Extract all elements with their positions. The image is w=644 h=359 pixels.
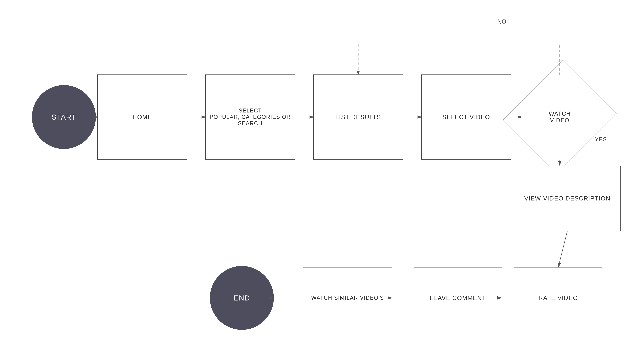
select-node: SELECT POPULAR, CATEGORIES OR SEARCH [205, 74, 295, 160]
end-node: END [210, 266, 274, 330]
list-results-node: LIST RESULTS [313, 74, 403, 160]
watch-video-node: WATCHVIDEO [522, 74, 598, 160]
start-node: START [32, 85, 96, 149]
home-node: HOME [97, 74, 187, 160]
flowchart: START HOME SELECT POPULAR, CATEGORIES OR… [0, 0, 644, 359]
select-video-node: SELECT VIDEO [421, 74, 511, 160]
rate-video-node: RATE VIDEO [514, 268, 602, 328]
leave-comment-node: LEAVE COMMENT [414, 268, 502, 328]
no-arrow [358, 44, 560, 75]
view-desc-node: VIEW VIDEO DESCRIPTION [514, 166, 620, 231]
watch-similar-node: WATCH SIMILAR VIDEO'S [303, 268, 392, 328]
no-label: NO [497, 18, 506, 25]
arrow-desc-rate [558, 231, 567, 268]
